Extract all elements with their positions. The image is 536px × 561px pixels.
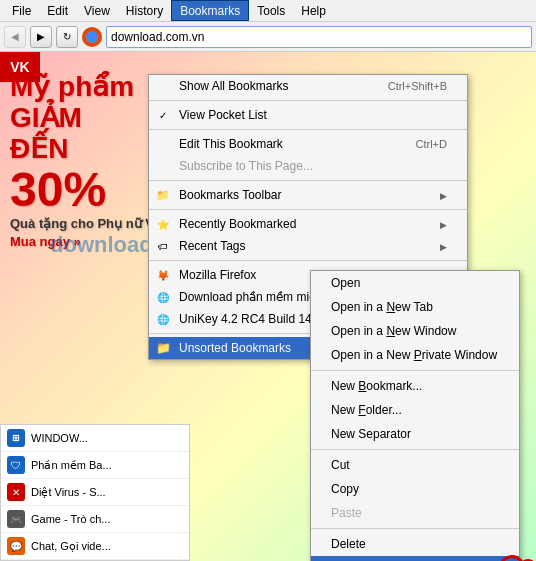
bm-sep-2 <box>149 129 467 130</box>
menu-view[interactable]: View <box>76 0 118 21</box>
toolbar: ◀ ▶ ↻ <box>0 22 536 52</box>
content-area: VK Mỹ phẩm GIẢM ĐẾN 30% Quà tặng cho Phụ… <box>0 52 536 561</box>
ctx-sep-2 <box>311 449 519 450</box>
arrow-icon <box>440 188 447 202</box>
underline-n: N <box>386 300 395 314</box>
game-label: Game - Trò ch... <box>31 513 110 525</box>
ctx-open[interactable]: Open <box>311 271 519 295</box>
ctx-sep-3 <box>311 528 519 529</box>
list-item[interactable]: 🛡 Phần mềm Ba... <box>1 452 189 479</box>
browser-window: File Edit View History Bookmarks Tools H… <box>0 0 536 561</box>
ctx-paste: Paste <box>311 501 519 525</box>
menu-help[interactable]: Help <box>293 0 334 21</box>
bm-toolbar[interactable]: Bookmarks Toolbar <box>149 184 467 206</box>
globe-icon <box>155 289 171 305</box>
software-label: Phần mềm Ba... <box>31 459 112 472</box>
list-item[interactable]: 🎮 Game - Trò ch... <box>1 506 189 533</box>
forward-button[interactable]: ▶ <box>30 26 52 48</box>
ctx-new-separator[interactable]: New Separator <box>311 422 519 446</box>
menu-bar: File Edit View History Bookmarks Tools H… <box>0 0 536 22</box>
arrow-icon <box>440 239 447 253</box>
download-list: ⊞ WINDOW... 🛡 Phần mềm Ba... ✕ Diệt Viru… <box>0 424 190 561</box>
reload-button[interactable]: ↻ <box>56 26 78 48</box>
bm-sep-4 <box>149 209 467 210</box>
sale-cosmetics: Mỹ phẩm <box>10 72 170 103</box>
underline-b: B <box>358 379 366 393</box>
check-icon <box>155 107 171 123</box>
arrow-icon <box>440 217 447 231</box>
list-item[interactable]: ⊞ WINDOW... <box>1 425 189 452</box>
folder-icon: 📁 <box>155 340 171 356</box>
underline-p: P <box>414 348 422 362</box>
sale-banner: Mỹ phẩm GIẢM ĐẾN 30% Quà tặng cho Phụ nữ… <box>10 72 170 250</box>
bm-recent-tags[interactable]: Recent Tags <box>149 235 467 257</box>
chat-label: Chat, Gọi vide... <box>31 540 111 553</box>
globe-icon <box>155 311 171 327</box>
bm-pocket[interactable]: View Pocket List <box>149 104 467 126</box>
menu-tools[interactable]: Tools <box>249 0 293 21</box>
chat-icon: 💬 <box>7 537 25 555</box>
address-bar[interactable] <box>106 26 532 48</box>
firefox-icon <box>155 267 171 283</box>
ctx-cut[interactable]: Cut <box>311 453 519 477</box>
bm-sep-1 <box>149 100 467 101</box>
underline-n2: N <box>386 324 395 338</box>
ctx-open-tab[interactable]: Open in a New Tab <box>311 295 519 319</box>
tag-icon <box>155 238 171 254</box>
sale-subtitle: Quà tặng cho Phụ nữ Việt <box>10 217 170 231</box>
context-menu[interactable]: Open Open in a New Tab Open in a New Win… <box>310 270 520 561</box>
sale-percent: 30% <box>10 164 170 217</box>
back-button[interactable]: ◀ <box>4 26 26 48</box>
bm-show-all[interactable]: Show All Bookmarks Ctrl+Shift+B <box>149 75 467 97</box>
ctx-open-private[interactable]: Open in a New Private Window <box>311 343 519 367</box>
menu-file[interactable]: File <box>4 0 39 21</box>
ctx-new-folder[interactable]: New Folder... <box>311 398 519 422</box>
ctx-delete[interactable]: Delete <box>311 532 519 556</box>
bm-recently[interactable]: Recently Bookmarked <box>149 213 467 235</box>
software-icon: 🛡 <box>7 456 25 474</box>
windows-icon: ⊞ <box>7 429 25 447</box>
folder-icon <box>155 187 171 203</box>
ctx-sep-1 <box>311 370 519 371</box>
bm-sep-5 <box>149 260 467 261</box>
ctx-copy[interactable]: Copy <box>311 477 519 501</box>
sale-label: GIẢM ĐẾN <box>10 103 170 165</box>
bm-sep-3 <box>149 180 467 181</box>
bm-subscribe: Subscribe to This Page... <box>149 155 467 177</box>
virus-label: Diệt Virus - S... <box>31 486 106 499</box>
windows-label: WINDOW... <box>31 432 88 444</box>
bm-edit[interactable]: Edit This Bookmark Ctrl+D <box>149 133 467 155</box>
list-item[interactable]: ✕ Diệt Virus - S... <box>1 479 189 506</box>
browser-icon <box>82 27 102 47</box>
ctx-new-bookmark[interactable]: New Bookmark... <box>311 374 519 398</box>
menu-history[interactable]: History <box>118 0 171 21</box>
menu-edit[interactable]: Edit <box>39 0 76 21</box>
menu-bookmarks[interactable]: Bookmarks <box>171 0 249 21</box>
list-item[interactable]: 💬 Chat, Gọi vide... <box>1 533 189 560</box>
game-icon: 🎮 <box>7 510 25 528</box>
underline-f: F <box>358 403 365 417</box>
ctx-properties[interactable]: Properties 2 <box>311 556 519 561</box>
star-icon <box>155 216 171 232</box>
ctx-open-window[interactable]: Open in a New Window <box>311 319 519 343</box>
virus-icon: ✕ <box>7 483 25 501</box>
